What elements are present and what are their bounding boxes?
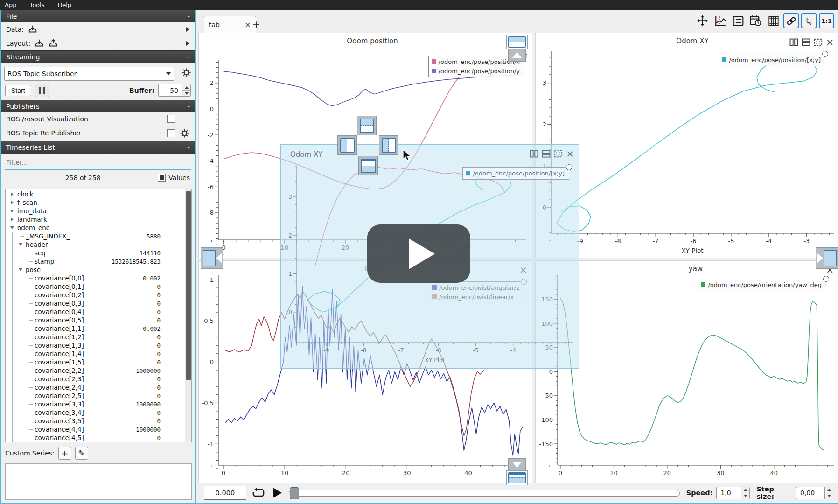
tree-item-label[interactable]: covariance[0,2] [35, 291, 84, 299]
tree-item-label[interactable]: covariance[2,3] [35, 375, 84, 383]
expander-closed-icon[interactable] [11, 217, 14, 221]
plot-canvas[interactable]: -9-8-7-6-5-4-33210XY Plot [536, 33, 838, 258]
tree-item[interactable]: covariance[0,0]0.002 [6, 274, 185, 282]
tree-item[interactable]: imu_data [6, 207, 185, 215]
tree-item[interactable]: covariance[1,1]0.002 [6, 324, 185, 333]
fullscreen-icon[interactable] [554, 150, 563, 158]
tree-item-label[interactable]: stamp [35, 258, 54, 265]
close-plot-icon[interactable]: × [826, 37, 834, 47]
tree-item[interactable]: covariance[0,3]0 [6, 299, 185, 308]
tree-item-label[interactable]: covariance[1,3] [35, 342, 84, 349]
tree-item[interactable]: covariance[4,4]1000000 [6, 425, 185, 434]
streaming-source-select[interactable]: ROS Topic Subscriber [4, 67, 174, 81]
expander-open-icon[interactable] [10, 226, 14, 229]
publisher-checkbox[interactable] [167, 129, 175, 137]
tree-item-label[interactable]: covariance[2,5] [35, 392, 84, 399]
play-button[interactable] [271, 486, 284, 500]
pause-button[interactable] [35, 84, 49, 97]
dock-split-bottom-icon[interactable] [358, 156, 378, 175]
tree-item[interactable]: covariance[1,5]0 [6, 358, 185, 366]
tree-item[interactable]: covariance[3,3]1000000 [6, 400, 185, 408]
split-horizontal-icon[interactable] [542, 150, 551, 158]
tree-item-label[interactable]: covariance[2,4] [35, 384, 84, 391]
expander-open-icon[interactable] [19, 243, 22, 246]
list-icon[interactable] [730, 13, 746, 28]
tree-item-label[interactable]: header [26, 241, 48, 248]
spin-down-icon[interactable] [825, 493, 833, 499]
spin-down-icon[interactable] [741, 493, 749, 499]
dock-split-left-icon[interactable] [337, 135, 357, 155]
plot-legend[interactable]: /odom_enc/pose/orientation/yaw_deg [698, 279, 826, 291]
time-offset-icon[interactable]: to [801, 13, 817, 28]
close-plot-icon[interactable]: × [566, 149, 574, 158]
legend-handle[interactable] [822, 51, 828, 57]
section-header-publishers[interactable]: Publishers - [1, 100, 195, 112]
tree-item-label[interactable]: covariance[4,4] [35, 426, 84, 433]
streaming-settings-gear-icon[interactable] [181, 67, 192, 78]
tree-item[interactable]: covariance[0,1]0 [6, 282, 185, 291]
tree-item[interactable]: covariance[0,4]0 [6, 308, 185, 316]
start-button[interactable]: Start [5, 85, 31, 96]
menu-item-help[interactable]: Help [51, 0, 78, 10]
data-submenu-arrow-icon[interactable] [186, 27, 189, 32]
add-custom-series-button[interactable]: + [58, 447, 71, 460]
tree-item-label[interactable]: covariance[0,1] [35, 283, 84, 290]
tree-item[interactable]: clock [6, 190, 185, 198]
link-axes-icon[interactable] [783, 13, 799, 28]
expander-closed-icon[interactable] [11, 209, 14, 213]
video-play-button[interactable] [367, 224, 470, 283]
tree-item[interactable]: header [6, 240, 185, 249]
timeline-slider[interactable] [289, 486, 680, 500]
tree-item[interactable]: pose [6, 266, 185, 274]
tree-item-label[interactable]: covariance[1,1] [35, 325, 84, 332]
tree-item[interactable]: covariance[0,2]0 [6, 291, 185, 299]
expander-closed-icon[interactable] [11, 201, 14, 204]
edit-custom-series-button[interactable]: ✎ [75, 447, 88, 460]
plot-legend[interactable]: /odom_enc/pose/position/[x;y] [719, 54, 825, 66]
tree-item[interactable]: seq144110 [6, 249, 185, 257]
spin-up-icon[interactable] [741, 487, 749, 493]
tracker-icon[interactable] [712, 13, 728, 28]
tree-item[interactable]: covariance[1,3]0 [6, 341, 185, 350]
save-layout-icon[interactable] [48, 38, 58, 49]
tree-item[interactable]: stamp1532618545.823 [6, 257, 185, 266]
expander-open-icon[interactable] [19, 268, 22, 271]
legend-entry[interactable]: /odom_enc/pose/position/y [432, 66, 520, 76]
spin-down-icon[interactable] [182, 91, 190, 96]
tree-item-label[interactable]: covariance[3,5] [35, 417, 84, 425]
layout-submenu-arrow-icon[interactable] [186, 41, 189, 46]
tree-scrollbar[interactable] [185, 189, 191, 442]
tree-item[interactable]: covariance[3,4]0 [6, 408, 185, 417]
speed-spinbox[interactable]: 1,0 [716, 487, 750, 499]
ratio-icon[interactable]: 1:1 [819, 13, 834, 28]
dock-split-top-icon[interactable] [357, 116, 377, 135]
time-display[interactable]: 0.000 [204, 486, 246, 500]
tree-item-label[interactable]: _MSG_INDEX_ [26, 232, 70, 240]
menu-item-tools[interactable]: Tools [23, 0, 51, 10]
tree-item-label[interactable]: covariance[0,3] [35, 300, 84, 307]
date-time-icon[interactable] [748, 13, 763, 28]
publisher-gear-icon[interactable] [179, 127, 190, 139]
publisher-checkbox[interactable] [167, 115, 175, 123]
buffer-spinbox[interactable]: 50 [158, 84, 191, 97]
tree-item[interactable]: landmark [6, 215, 185, 224]
tree-item-label[interactable]: covariance[1,5] [35, 358, 84, 366]
section-header-streaming[interactable]: Streaming - [1, 50, 195, 63]
load-data-icon[interactable] [28, 24, 38, 35]
spin-up-icon[interactable] [182, 84, 190, 91]
tree-item[interactable]: odom_enc [6, 224, 185, 232]
tree-item[interactable]: covariance[2,5]0 [6, 392, 185, 400]
dock-split-right-icon[interactable] [379, 135, 398, 155]
tree-item[interactable]: _MSG_INDEX_5880 [6, 232, 185, 240]
tree-item[interactable]: covariance[1,2]0 [6, 333, 185, 341]
step-size-spinbox[interactable]: 0,00 [796, 487, 833, 499]
tree-item[interactable]: covariance[0,5]0 [6, 316, 185, 324]
load-layout-icon[interactable] [34, 38, 44, 49]
tree-item-label[interactable]: clock [17, 190, 34, 198]
tree-item-label[interactable]: covariance[0,5] [35, 316, 84, 324]
slider-handle[interactable] [290, 487, 299, 499]
pan-view-icon[interactable] [695, 13, 710, 28]
tree-item-label[interactable]: pose [26, 266, 41, 273]
tree-item-label[interactable]: covariance[0,0] [35, 274, 84, 282]
legend-entry[interactable]: /odom_enc/pose/orientation/yaw_deg [701, 280, 822, 289]
